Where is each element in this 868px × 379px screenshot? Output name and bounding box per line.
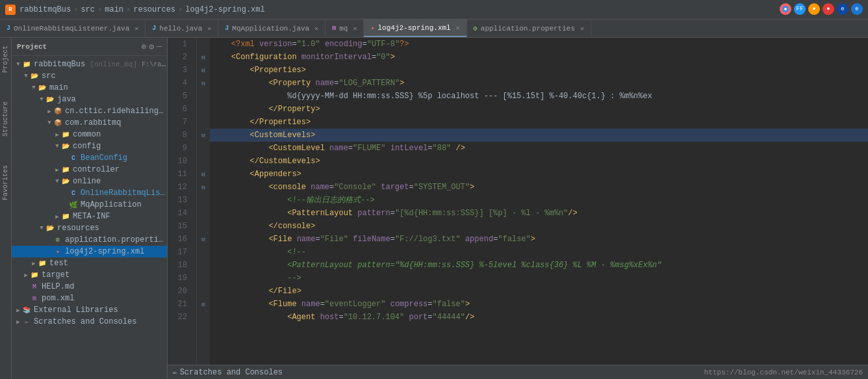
tree-item-common[interactable]: ▶ 📁 common (12, 129, 167, 140)
gutter-20 (197, 285, 210, 298)
scratches-icon-status: ✏ (173, 368, 177, 376)
browser-icon-chrome[interactable] (780, 3, 791, 15)
tab-close[interactable]: ✕ (314, 25, 318, 33)
ln-5: 5 (168, 90, 191, 103)
tree-label-beanconfig: BeanConfig (81, 153, 127, 163)
tree-item-root[interactable]: ▼ 📁 rabbitmqBus [online_mq] F:\rabb... (12, 59, 167, 70)
browser-icons-bar: FF ● ● e e (780, 3, 863, 15)
structure-strip-label[interactable]: Structure (2, 101, 9, 137)
tree-label-model: cn.cttic.ridehailing.model (65, 107, 167, 116)
folder-icon-resources: 📂 (45, 224, 55, 233)
tree-item-log4j2[interactable]: ✦ log4j2-spring.xml (12, 246, 167, 257)
tab-online-listener[interactable]: J OnlineRabbitmqListener.java ✕ (0, 20, 146, 37)
tab-hello[interactable]: J hello.java ✕ (146, 20, 218, 37)
tab-mq[interactable]: m mq ✕ (326, 20, 364, 37)
browser-icon-ie[interactable]: e (837, 3, 849, 15)
scratches-consoles-label: ✏ Scratches and Consoles (173, 368, 283, 377)
code-line-22: <Agent host="10.12.7.104" port="44444"/> (210, 311, 868, 324)
xml-icon: ✦ (53, 247, 62, 256)
tree-label-common: common (73, 130, 101, 139)
code-line-20: </File> (210, 285, 868, 298)
gutter-3: ⊟ (197, 64, 210, 77)
tree-item-java[interactable]: ▼ 📂 java (12, 94, 167, 105)
gutter-16: ⊟ (197, 233, 210, 246)
code-view: 1 2 3 4 5 6 7 8 9 10 11 12 13 14 15 16 1… (168, 38, 868, 365)
tree-item-pom[interactable]: m pom.xml (12, 293, 167, 304)
browser-icon-edge[interactable]: e (851, 3, 863, 15)
tree-label-test: test (49, 259, 68, 268)
tree-item-rabbitmq[interactable]: ▼ 📦 com.rabbitmq (12, 117, 167, 129)
tree-arrow: ▼ (53, 143, 61, 150)
tree-item-model[interactable]: ▶ 📦 cn.cttic.ridehailing.model (12, 105, 167, 117)
tab-close[interactable]: ✕ (134, 25, 138, 33)
sidebar-action-collapse[interactable]: — (157, 42, 162, 52)
tree-item-metainf[interactable]: ▶ 📁 META-INF (12, 211, 167, 222)
tab-app-props[interactable]: ⚙ application.properties ✕ (467, 20, 591, 37)
tree-item-config[interactable]: ▼ 📂 config (12, 140, 167, 152)
ln-20: 20 (168, 285, 191, 298)
tree-item-target[interactable]: ▶ 📁 target (12, 269, 167, 281)
project-strip-label[interactable]: Project (2, 46, 9, 73)
browser-icon-4[interactable]: ● (823, 3, 834, 15)
tree-item-controller[interactable]: ▶ 📁 controller (12, 164, 167, 176)
tab-mq-app[interactable]: J MqApplication.java ✕ (218, 20, 326, 37)
favorites-strip-label[interactable]: Favorites (2, 165, 9, 200)
tab-label: OnlineRabbitmqListener.java (14, 25, 129, 33)
tree-item-helpmd[interactable]: M HELP.md (12, 281, 167, 293)
browser-icon-3[interactable]: ● (808, 3, 820, 15)
scratches-text: Scratches and Consoles (180, 368, 283, 377)
left-strip: Project Structure Favorites (0, 38, 12, 379)
md-icon: M (30, 282, 39, 291)
sidebar-action-add[interactable]: ⊕ (142, 42, 147, 52)
tab-log4j2[interactable]: ✦ log4j2-spring.xml ✕ (364, 20, 466, 37)
code-line-6: </Property> (210, 103, 868, 116)
breadcrumb-main: main (105, 5, 123, 14)
tree-item-online[interactable]: ▼ 📂 online (12, 176, 167, 187)
tree-label-log4j2: log4j2-spring.xml (65, 247, 144, 256)
code-line-10: </CustomLevels> (210, 155, 868, 168)
tree-arrow: ▼ (45, 120, 53, 126)
tab-close[interactable]: ✕ (207, 25, 211, 33)
gutter-21: ⊟ (197, 298, 210, 311)
tab-icon-java: J (6, 25, 10, 32)
tree-item-listener[interactable]: C OnlineRabbitmqListener (12, 187, 167, 199)
tree-arrow: ▼ (53, 178, 61, 185)
folder-icon-online: 📂 (61, 177, 70, 186)
tree-item-beanconfig[interactable]: C BeanConfig (12, 152, 167, 164)
ln-15: 15 (168, 220, 191, 233)
ln-22: 22 (168, 311, 191, 324)
gutter-10 (197, 155, 210, 168)
folder-icon-common: 📁 (61, 130, 70, 139)
ln-18: 18 (168, 259, 191, 272)
browser-icon-firefox[interactable]: FF (794, 3, 806, 15)
code-line-5: %d{yyyy-MM-dd HH:mm:ss.SSS} %5p localhos… (210, 90, 868, 103)
tree-item-scratches[interactable]: ▶ ✏ Scratches and Consoles (12, 316, 167, 328)
code-line-9: <CustomLevel name="FLUME" intLevel="88" … (210, 142, 868, 155)
gutter-5 (197, 90, 210, 103)
tree-item-main[interactable]: ▼ 📂 main (12, 82, 167, 94)
code-line-15: </console> (210, 220, 868, 233)
tab-close[interactable]: ✕ (456, 24, 460, 32)
tab-close[interactable]: ✕ (580, 25, 584, 33)
prop-icon: ⚙ (53, 235, 62, 244)
ln-4: 4 (168, 77, 191, 90)
ln-2: 2 (168, 51, 191, 64)
tree-item-src[interactable]: ▼ 📂 src (12, 70, 167, 82)
tree-arrow: ▼ (22, 73, 30, 79)
code-content[interactable]: <?xml version="1.0" encoding="UTF-8"?> <… (210, 38, 868, 365)
tab-close[interactable]: ✕ (353, 25, 357, 33)
sidebar-action-settings[interactable]: ⚙ (149, 42, 154, 52)
tree-item-test[interactable]: ▶ 📁 test (12, 257, 167, 269)
top-bar: R rabbitmqBus › src › main › resources ›… (0, 0, 868, 20)
tree-item-appprops[interactable]: ⚙ application.properties (12, 234, 167, 246)
code-line-21: <Flume name="eventLogger" compress="fals… (210, 298, 868, 311)
folder-icon-main: 📂 (38, 83, 47, 92)
tree-label-main: main (49, 83, 68, 92)
ln-11: 11 (168, 168, 191, 181)
code-line-17: <!-- (210, 246, 868, 259)
tree-item-resources[interactable]: ▼ 📂 resources (12, 222, 167, 234)
tree-item-extlib[interactable]: ▶ 📚 External Libraries (12, 304, 167, 316)
tree-item-mqapp[interactable]: 🌿 MqApplication (12, 199, 167, 211)
ln-6: 6 (168, 103, 191, 116)
gutter-6 (197, 103, 210, 116)
